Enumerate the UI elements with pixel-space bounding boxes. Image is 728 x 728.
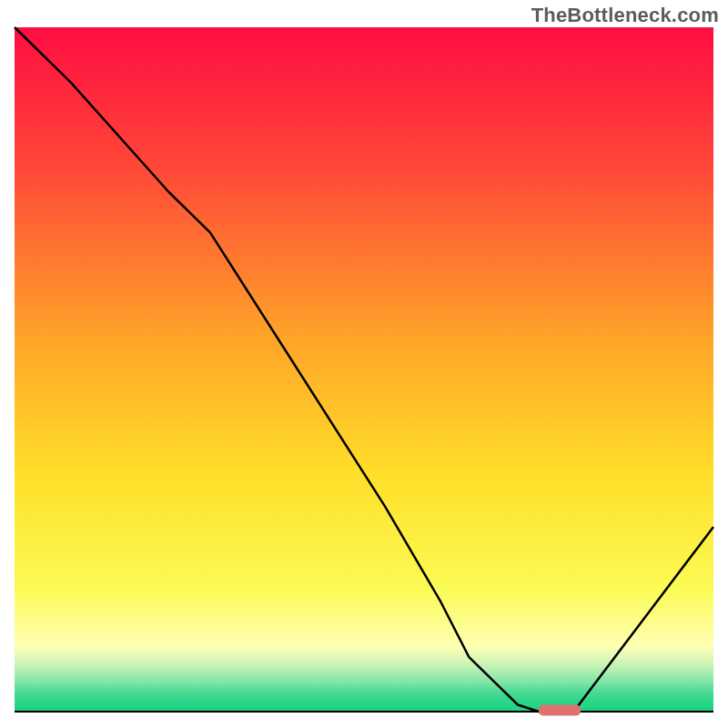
plot-background xyxy=(15,27,713,712)
bottleneck-chart xyxy=(0,0,728,728)
chart-stage: TheBottleneck.com xyxy=(0,0,728,728)
optimal-marker xyxy=(539,704,581,715)
